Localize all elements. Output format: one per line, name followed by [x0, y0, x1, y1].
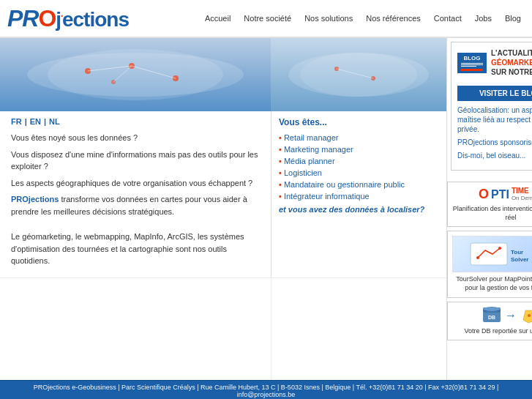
para-2: Vous disposez d'une mine d'informations … — [11, 149, 260, 173]
svg-line-13 — [337, 69, 373, 78]
tour-solver-desc: TourSolver pour MapPoint, la solution po… — [452, 275, 532, 292]
vous-etes-link-3[interactable]: Logisticien — [284, 168, 322, 177]
visit-blog-button[interactable]: VISITER LE BLOG — [457, 86, 532, 101]
vous-etes-link-4[interactable]: Mandataire ou gestionnaire public — [284, 180, 405, 189]
svg-point-4 — [173, 75, 179, 81]
opti-logo-pti: PTI — [491, 188, 509, 201]
svg-text:Solver: Solver — [511, 256, 528, 263]
hero-map-left — [0, 38, 271, 111]
svg-point-15 — [476, 256, 479, 259]
blog-links: Géolocalisation: un aspect du maîtise li… — [457, 105, 532, 160]
para-5: Le géomarketing, le webmapping, MapInfo,… — [11, 231, 260, 267]
vous-etes-list: Retail manager Marketing manager Média p… — [279, 133, 439, 201]
bottom-left-content — [0, 278, 271, 380]
blog-link-1[interactable]: PROjections sponsorise AM/FM — [457, 138, 532, 147]
svg-point-22 — [483, 307, 501, 311]
nav-nos-references[interactable]: Nos références — [366, 14, 421, 23]
belgium-map-icon — [520, 307, 532, 324]
list-item: Marketing manager — [279, 145, 439, 154]
lang-fr[interactable]: FR — [11, 117, 22, 126]
svg-point-1 — [48, 49, 223, 100]
blog-link-0[interactable]: Géolocalisation: un aspect du maîtise li… — [457, 105, 532, 134]
vous-etes-link-2[interactable]: Média planner — [284, 157, 335, 165]
svg-line-8 — [113, 66, 132, 82]
svg-point-16 — [498, 247, 501, 250]
nav-jobs[interactable]: Jobs — [475, 14, 492, 23]
opti-logo-time: TIME — [512, 187, 529, 195]
blog-line-accent — [461, 69, 483, 71]
blog-line-2 — [461, 64, 483, 65]
logo[interactable]: PROj•ections — [7, 5, 129, 32]
svg-marker-24 — [523, 310, 532, 323]
blog-box: BLOG L'ACTUALITÉ DU GÉOMARKETING SUR NOT… — [451, 42, 532, 171]
tour-solver-box: Tour Solver TourSolver pour MapPoint, la… — [447, 231, 532, 297]
opti-time-right: TIME On Demand — [512, 187, 532, 201]
svg-text:DB: DB — [488, 315, 495, 320]
svg-point-25 — [528, 314, 531, 317]
language-bar: FR | EN | NL — [11, 117, 260, 126]
header: PROj•ections Accueil Notre société Nos s… — [0, 0, 532, 38]
opti-on-demand: On Demand — [512, 195, 532, 201]
vous-etes-link-1[interactable]: Marketing manager — [284, 145, 353, 154]
hero-map-middle — [271, 38, 446, 111]
nav-accueil[interactable]: Accueil — [205, 14, 231, 23]
blog-icon-label: BLOG — [461, 55, 483, 61]
right-spacer — [447, 174, 532, 182]
blog-title-line3: SUR NOTRE BLOG — [491, 67, 532, 77]
blog-title-line2: GÉOMARKETING — [491, 58, 532, 67]
db-carte-box: DB → Votre DB reportée sur une carte — [447, 302, 532, 341]
blog-icon-lines — [461, 63, 483, 71]
opti-time-box: OPTI TIME On Demand Planification des in… — [447, 182, 532, 227]
footer-text: PROjections e-Geobusiness | Parc Scienti… — [34, 384, 499, 398]
svg-point-12 — [371, 76, 375, 81]
vous-etes-link-0[interactable]: Retail manager — [284, 133, 339, 142]
vous-etes-section: Vous êtes... Retail manager Marketing ma… — [271, 111, 446, 277]
lang-en[interactable]: EN — [30, 117, 41, 126]
para-4: PROjections transforme vos données en ca… — [11, 193, 260, 217]
blog-title-text: L'ACTUALITÉ DU GÉOMARKETING SUR NOTRE BL… — [491, 48, 532, 77]
list-item: Média planner — [279, 157, 439, 165]
para-1: Vous êtes noyé sous les données ? — [11, 132, 260, 144]
bottom-middle-content — [271, 278, 446, 380]
svg-point-3 — [129, 63, 135, 69]
nav-nos-solutions[interactable]: Nos solutions — [304, 14, 353, 23]
blog-header: BLOG L'ACTUALITÉ DU GÉOMARKETING SUR NOT… — [457, 48, 532, 77]
hero-section — [0, 38, 446, 111]
db-stack-icon: DB — [482, 307, 502, 324]
opti-time-desc: Planification des interventions en temps… — [452, 205, 532, 222]
list-item: Retail manager — [279, 133, 439, 142]
left-middle-area: FR | EN | NL Vous êtes noyé sous les don… — [0, 38, 446, 380]
svg-point-11 — [334, 67, 339, 71]
svg-line-7 — [132, 66, 176, 78]
nav-blog[interactable]: Blog — [505, 14, 521, 23]
list-item: Mandataire ou gestionnaire public — [279, 180, 439, 189]
svg-text:Tour: Tour — [511, 249, 523, 256]
bottom-left-area — [0, 277, 446, 380]
svg-rect-14 — [471, 243, 507, 265]
text-content-area: FR | EN | NL Vous êtes noyé sous les don… — [0, 111, 446, 277]
brand-name-p4: PROjections — [11, 195, 59, 204]
db-carte-desc: Votre DB reportée sur une carte — [452, 327, 532, 336]
vous-etes-title: Vous êtes... — [279, 117, 439, 127]
logo-area: PROj•ections — [7, 5, 129, 32]
vous-etes-link-5[interactable]: Intégrateur informatique — [284, 192, 370, 201]
list-item: Intégrateur informatique — [279, 192, 439, 201]
blog-line-3 — [461, 66, 476, 67]
svg-rect-9 — [271, 38, 446, 111]
main-content: FR | EN | NL Vous êtes noyé sous les don… — [0, 38, 532, 380]
blog-line-1 — [461, 63, 483, 64]
lang-nl[interactable]: NL — [49, 117, 60, 126]
nav-contact[interactable]: Contact — [434, 14, 462, 23]
db-icons: DB → — [452, 307, 532, 324]
left-text-content: FR | EN | NL Vous êtes noyé sous les don… — [0, 111, 271, 277]
opti-time-logo: OPTI TIME On Demand — [452, 187, 532, 202]
blog-link-2[interactable]: Dis-moi, bel oiseau... — [457, 151, 532, 160]
nav-notre-societe[interactable]: Notre société — [244, 14, 291, 23]
list-item: Logisticien — [279, 168, 439, 177]
svg-point-10 — [300, 53, 417, 97]
blog-icon: BLOG — [457, 53, 487, 73]
footer: PROjections e-Geobusiness | Parc Scienti… — [0, 380, 532, 400]
blog-title-line1: L'ACTUALITÉ DU — [491, 48, 532, 58]
opti-logo-o: O — [479, 187, 489, 202]
db-arrow-icon: → — [505, 309, 517, 322]
